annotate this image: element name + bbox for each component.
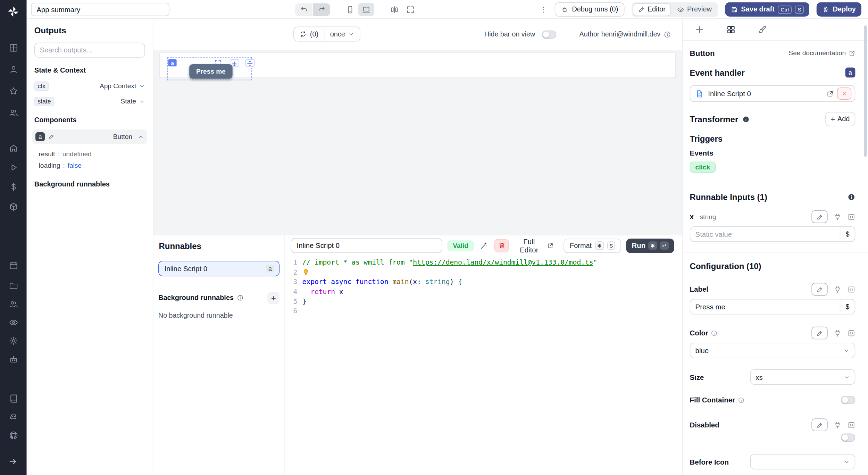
run-button[interactable]: Run ✱ ↵: [626, 238, 674, 252]
format-button[interactable]: Format ✱ S: [564, 238, 621, 252]
connect-input-icon[interactable]: [834, 421, 841, 429]
static-value-input[interactable]: [690, 227, 840, 241]
connect-input-icon[interactable]: [834, 285, 841, 293]
more-menu-button[interactable]: [539, 5, 548, 14]
fill-container-toggle[interactable]: [841, 396, 855, 404]
folders-icon[interactable]: [8, 280, 18, 290]
output-row-ctx[interactable]: ctx App Context: [34, 80, 145, 92]
chevron-down-icon[interactable]: [139, 98, 145, 105]
info-icon[interactable]: [738, 397, 744, 403]
add-transformer-button[interactable]: +Add: [825, 112, 856, 126]
grid-row[interactable]: a Press me: [159, 52, 676, 78]
rename-component-icon[interactable]: [48, 133, 55, 140]
schedules-calendar-icon[interactable]: [8, 260, 18, 270]
info-icon[interactable]: [664, 31, 671, 38]
info-icon[interactable]: [848, 193, 855, 201]
output-row-state[interactable]: state State: [34, 95, 145, 107]
home-icon[interactable]: [8, 143, 18, 153]
discord-icon[interactable]: [8, 411, 18, 422]
add-background-runnable-button[interactable]: +: [267, 292, 279, 304]
refresh-app-button[interactable]: (0): [294, 27, 324, 41]
docs-book-icon[interactable]: [8, 393, 18, 403]
disabled-toggle[interactable]: [841, 433, 855, 442]
save-draft-button[interactable]: Save draft Ctrl S: [725, 2, 809, 16]
refresh-frequency-select[interactable]: once: [324, 27, 360, 41]
script-editor-toolbar: Valid Full Editor Format ✱ S Run: [285, 235, 682, 256]
connect-input-icon[interactable]: [834, 213, 841, 220]
tab-insert-component[interactable]: [695, 25, 704, 34]
script-name-input[interactable]: [291, 238, 442, 253]
color-select[interactable]: blue: [690, 343, 856, 358]
lightbulb-hint-icon[interactable]: [302, 268, 310, 276]
template-input-icon[interactable]: [848, 329, 855, 337]
expr-toggle-button[interactable]: $: [840, 300, 855, 314]
fullscreen-button[interactable]: [402, 3, 418, 16]
tab-editor[interactable]: Editor: [633, 3, 671, 16]
mobile-view-button[interactable]: [342, 3, 358, 16]
delete-script-button[interactable]: [494, 239, 509, 252]
static-input-button[interactable]: [811, 210, 827, 223]
event-script-card[interactable]: Inline Script 0: [690, 85, 856, 102]
apps-grid-icon[interactable]: [8, 43, 18, 53]
move-handle[interactable]: [245, 59, 254, 67]
workers-robot-icon[interactable]: [8, 354, 18, 364]
chevron-down-icon[interactable]: [139, 83, 145, 89]
runs-play-icon[interactable]: [8, 162, 18, 172]
windmill-logo-icon[interactable]: [7, 6, 19, 18]
template-input-icon[interactable]: [848, 421, 855, 429]
code-editor[interactable]: 123456 // import * as wmill from "https:…: [285, 256, 682, 475]
debug-runs-button[interactable]: Debug runs (0): [555, 2, 624, 16]
user-icon[interactable]: [8, 64, 18, 74]
static-input-button[interactable]: [811, 283, 827, 296]
resources-cube-icon[interactable]: [8, 201, 18, 211]
variables-dollar-icon[interactable]: [8, 182, 18, 192]
bottom-section: Runnables Inline Script 0 a Background r…: [153, 235, 682, 475]
app-button-component[interactable]: Press me: [189, 64, 232, 78]
static-input-button[interactable]: [811, 327, 827, 340]
tab-preview[interactable]: Preview: [672, 3, 717, 16]
favorites-star-icon[interactable]: [8, 86, 18, 96]
script-file-icon: [695, 89, 704, 98]
see-documentation-link[interactable]: See documentation: [788, 49, 855, 57]
center-content-button[interactable]: [386, 3, 402, 16]
author-label: Author henri@windmill.dev: [579, 31, 661, 38]
undo-button[interactable]: [295, 3, 312, 16]
template-input-icon[interactable]: [848, 285, 855, 293]
info-icon[interactable]: [237, 294, 244, 301]
github-icon[interactable]: [8, 430, 18, 440]
hide-bar-label: Hide bar on view: [484, 31, 535, 38]
connect-input-icon[interactable]: [834, 329, 841, 337]
chevron-up-icon[interactable]: [138, 134, 144, 140]
output-row-component-a[interactable]: a Button: [32, 130, 147, 144]
info-icon[interactable]: [742, 115, 749, 123]
collapse-sidebar-icon[interactable]: [8, 457, 17, 466]
groups-icon[interactable]: [8, 107, 18, 117]
right-panel-scrollbar[interactable]: [864, 25, 867, 157]
remove-script-button[interactable]: [837, 88, 851, 100]
hide-bar-toggle[interactable]: [542, 30, 556, 39]
redo-button[interactable]: [313, 3, 330, 16]
audit-logs-eye-icon[interactable]: [8, 317, 18, 327]
history-device-controls: [295, 0, 419, 19]
settings-gear-icon[interactable]: [8, 335, 18, 345]
desktop-view-button[interactable]: [358, 3, 374, 16]
open-script-icon[interactable]: [826, 90, 834, 97]
info-icon[interactable]: [711, 330, 718, 336]
workspace-groups-icon[interactable]: [8, 299, 18, 309]
ai-assistant-button[interactable]: [479, 240, 489, 251]
runnable-inputs-title: Runnable Inputs (1): [690, 192, 767, 201]
app-canvas[interactable]: a Press me: [153, 50, 682, 235]
app-summary-input[interactable]: [31, 3, 169, 16]
template-input-icon[interactable]: [848, 213, 855, 220]
static-input-button[interactable]: [811, 418, 827, 431]
expr-toggle-button[interactable]: $: [840, 227, 855, 241]
before-icon-select[interactable]: [750, 454, 855, 469]
search-outputs-input[interactable]: [34, 43, 145, 58]
runnable-item-inline-script-0[interactable]: Inline Script 0 a: [158, 261, 279, 276]
tab-css-styling[interactable]: [758, 25, 767, 34]
full-editor-button[interactable]: Full Editor: [514, 237, 554, 254]
deploy-button[interactable]: Deploy: [817, 2, 861, 16]
label-text-input[interactable]: [690, 300, 840, 314]
tab-component-settings[interactable]: [726, 25, 736, 34]
size-select[interactable]: xs: [750, 369, 855, 385]
